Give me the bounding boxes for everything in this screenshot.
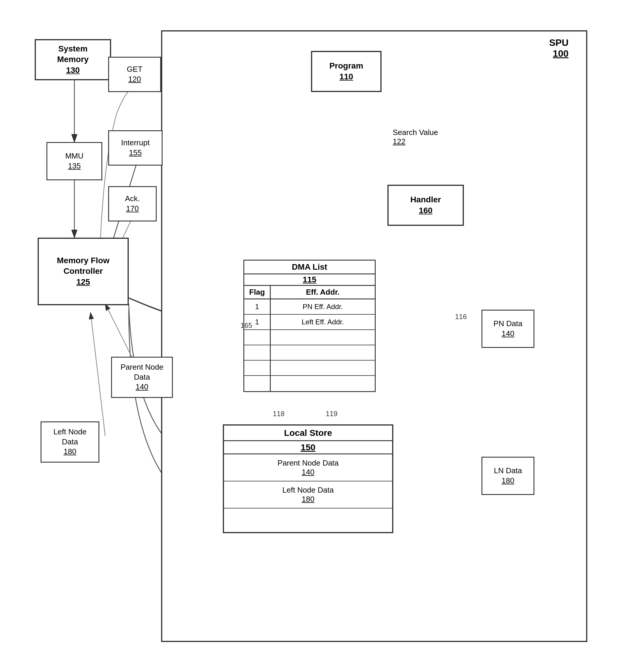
- handler-box: Handler 160: [387, 185, 464, 226]
- ls-row-1-label: Parent Node Data: [277, 459, 339, 468]
- dma-row-3: [244, 330, 375, 345]
- mmu-id: 135: [68, 161, 80, 171]
- label-165: 165: [240, 322, 252, 330]
- program-label: Program: [329, 61, 363, 71]
- spu-label: SPU: [549, 37, 568, 48]
- label-119: 119: [326, 410, 338, 418]
- lnd-label: Left NodeData: [54, 427, 87, 447]
- spu-title: SPU 100: [549, 37, 568, 59]
- dma-cell-addr-5: [271, 361, 375, 375]
- handler-id: 160: [419, 205, 433, 216]
- search-value-label: Search Value 122: [390, 127, 440, 147]
- ln-data-id: 180: [502, 476, 514, 486]
- system-memory-label: SystemMemory: [57, 43, 89, 65]
- dma-cell-addr-2: Left Eff. Addr.: [271, 315, 375, 329]
- get-id: 120: [128, 74, 141, 85]
- program-id: 110: [340, 71, 353, 82]
- diagram: SPU 100 SystemMemory 130 MMU 135 Memory …: [17, 15, 605, 657]
- dma-cell-addr-6: [271, 376, 375, 391]
- get-box: GET 120: [108, 57, 161, 92]
- dma-row-6: [244, 376, 375, 391]
- local-store: Local Store 150 Parent Node Data 140 Lef…: [223, 424, 393, 533]
- left-node-data-box: Left NodeData 180: [41, 422, 99, 463]
- spu-id: 100: [553, 48, 568, 59]
- handler-label: Handler: [410, 194, 441, 205]
- ls-row-3: [224, 508, 392, 532]
- dma-cell-flag-5: [244, 361, 271, 375]
- svg-line-12: [91, 313, 105, 436]
- mmu-label: MMU: [65, 151, 83, 161]
- memory-flow-controller-box: Memory FlowController 125: [38, 238, 129, 305]
- interrupt-id: 155: [129, 148, 142, 158]
- dma-row-1: 1 PN Eff. Addr.: [244, 299, 375, 315]
- ln-data-box: LN Data 180: [482, 457, 534, 495]
- dma-cell-flag-1: 1: [244, 299, 271, 314]
- dma-title: DMA List: [244, 261, 375, 274]
- mfc-label: Memory FlowController: [57, 255, 110, 277]
- pn-data-id: 140: [502, 329, 514, 339]
- ls-row-2-id: 180: [302, 495, 314, 504]
- pn-data-label: PN Data: [493, 319, 522, 329]
- pnd-id: 140: [136, 382, 148, 392]
- dma-cell-addr-3: [271, 330, 375, 345]
- ls-row-2-label: Left Node Data: [282, 485, 334, 495]
- dma-cell-flag-3: [244, 330, 271, 345]
- pnd-label: Parent NodeData: [120, 362, 164, 382]
- dma-header-row: Flag Eff. Addr.: [244, 286, 375, 299]
- dma-cell-flag-4: [244, 345, 271, 360]
- ln-data-label: LN Data: [494, 466, 522, 476]
- ls-row-2: Left Node Data 180: [224, 481, 392, 508]
- ack-id: 170: [126, 204, 139, 214]
- system-memory-id: 130: [66, 65, 80, 75]
- dma-cell-addr-4: [271, 345, 375, 360]
- get-label: GET: [127, 64, 142, 74]
- dma-list: DMA List 115 Flag Eff. Addr. 1 PN Eff. A…: [243, 260, 376, 392]
- dma-row-2: 1 Left Eff. Addr.: [244, 315, 375, 330]
- search-value-text: Search Value: [393, 128, 438, 137]
- ack-label: Ack.: [125, 194, 140, 204]
- dma-row-5: [244, 361, 375, 376]
- interrupt-box: Interrupt 155: [108, 130, 163, 166]
- label-116: 116: [455, 313, 467, 321]
- program-box: Program 110: [311, 51, 382, 92]
- ls-row-1-id: 140: [302, 468, 314, 477]
- dma-cell-flag-6: [244, 376, 271, 391]
- ls-title: Local Store: [224, 426, 392, 441]
- ls-id: 150: [224, 441, 392, 455]
- dma-col-addr: Eff. Addr.: [271, 286, 375, 299]
- ls-title-text: Local Store: [284, 428, 332, 438]
- dma-cell-addr-1: PN Eff. Addr.: [271, 299, 375, 314]
- dma-col-flag: Flag: [244, 286, 271, 299]
- label-118: 118: [273, 410, 284, 418]
- dma-row-4: [244, 345, 375, 361]
- pn-data-box: PN Data 140: [482, 310, 534, 348]
- system-memory-box: SystemMemory 130: [35, 39, 111, 80]
- search-value-id: 122: [393, 137, 438, 146]
- interrupt-label: Interrupt: [121, 138, 150, 148]
- ls-row-1: Parent Node Data 140: [224, 455, 392, 481]
- mfc-id: 125: [76, 277, 90, 287]
- dma-id: 115: [244, 274, 375, 286]
- lnd-id: 180: [64, 447, 76, 457]
- mmu-box: MMU 135: [46, 142, 102, 180]
- ack-box: Ack. 170: [108, 186, 157, 222]
- parent-node-data-box: Parent NodeData 140: [111, 357, 173, 398]
